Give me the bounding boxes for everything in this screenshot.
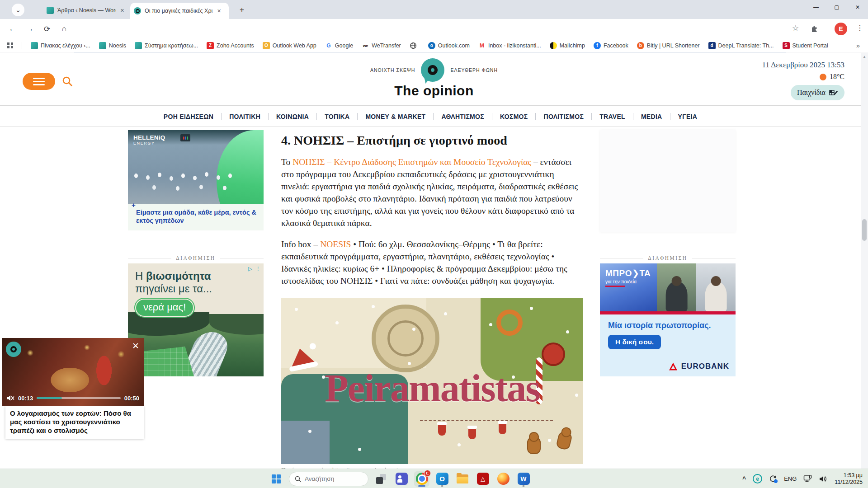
ad-tagline: Είμαστε μια ομάδα, κάθε μέρα, εντός & εκ… (136, 208, 257, 225)
profile-avatar[interactable]: E (835, 23, 847, 35)
bookmark-noesis[interactable]: Noesis (99, 42, 126, 49)
taskbar-clock[interactable]: 1:53 μμ 11/12/2025 (835, 472, 863, 486)
nav-roi-eidiseon[interactable]: ΡΟΗ ΕΙΔΗΣΕΩΝ (156, 113, 221, 120)
bookmarks-bar: Πίνακας ελέγχου ‹... Noesis Σύστημα κρατ… (0, 39, 868, 52)
maximize-button[interactable]: ▢ (826, 0, 847, 14)
ad-headline: Η βιωσιμότητα πηγαίνει με τα... νερά μας… (135, 270, 212, 317)
language-indicator[interactable]: ENG (784, 475, 797, 482)
video-progress-bar[interactable] (37, 397, 121, 399)
bookmark-outlook-web-app[interactable]: OOutlook Web App (263, 42, 316, 49)
adchoices-icon[interactable]: ▷ (248, 266, 252, 272)
crossword-icon (829, 88, 838, 97)
reload-button[interactable]: ⟳ (42, 23, 52, 34)
chrome-button[interactable]: E (414, 471, 429, 487)
browser-menu-icon[interactable]: ⋮ (856, 23, 863, 32)
task-view-button[interactable] (373, 471, 389, 487)
site-nav: ΡΟΗ ΕΙΔΗΣΕΩΝ ΠΟΛΙΤΙΚΗ ΚΟΙΝΩΝΙΑ ΤΟΠΙΚΑ MO… (0, 106, 861, 127)
home-button[interactable]: ⌂ (59, 23, 70, 34)
scroll-up-icon[interactable]: ▲ (861, 55, 868, 59)
new-tab-button[interactable]: + (236, 4, 248, 16)
bookmark-star-icon[interactable]: ☆ (792, 23, 799, 33)
nav-athlitismos[interactable]: ΑΘΛΗΤΙΣΜΟΣ (433, 113, 492, 120)
network-icon[interactable] (803, 475, 812, 483)
taskbar-search[interactable] (289, 472, 368, 486)
water-sustainability-ad[interactable]: ▷ ⋮ Η βιωσιμότητα πηγαίνει με τα... νερά… (128, 263, 264, 376)
temperature-value: 18°C (830, 73, 844, 81)
student-portal-icon: S (783, 42, 790, 49)
word-button[interactable]: W (516, 471, 531, 487)
noesis-link[interactable]: NOESIS (320, 239, 351, 249)
bookmark-pinakas[interactable]: Πίνακας ελέγχου ‹... (31, 42, 90, 49)
wordpress-icon (99, 42, 106, 49)
nav-ygeia[interactable]: ΥΓΕΙΑ (670, 113, 705, 120)
nav-politismos[interactable]: ΠΟΛΙΤΙΣΜΟΣ (535, 113, 591, 120)
close-button[interactable]: ✕ (847, 0, 868, 14)
scrollbar-thumb[interactable] (862, 219, 867, 241)
tab-close-icon[interactable]: ✕ (119, 7, 125, 14)
windows-logo-icon (272, 474, 281, 483)
tab-search-button[interactable]: ⌄ (12, 4, 24, 16)
bookmark-systima[interactable]: Σύστημα κρατήσεω... (135, 42, 198, 49)
bookmark-label: Facebook (604, 42, 628, 49)
acrobat-button[interactable]: △ (475, 471, 491, 487)
firefox-button[interactable] (495, 471, 511, 487)
search-input[interactable] (305, 475, 359, 482)
bookmark-deepl[interactable]: dDeepL Translate: Th... (708, 42, 774, 49)
ad-menu-icon[interactable]: ⋮ (255, 266, 261, 272)
gingerbread-icon (527, 437, 541, 454)
apps-grid-icon[interactable] (7, 42, 13, 48)
video-frame[interactable]: ✕ 00:13 00:50 (2, 338, 144, 406)
muted-speaker-icon[interactable] (6, 394, 14, 402)
menu-hamburger-button[interactable] (23, 73, 55, 90)
ad-cta-button[interactable]: Η δική σου. (608, 335, 661, 349)
helleniq-energy-ad[interactable]: HELLENiQ ENERGY + Είμαστε μια ομάδα, κάθ… (128, 130, 264, 230)
nav-politiki[interactable]: ΠΟΛΙΤΙΚΗ (221, 113, 268, 120)
outlook-button[interactable]: O (434, 471, 450, 487)
nav-kosmos[interactable]: ΚΟΣΜΟΣ (492, 113, 536, 120)
page-scrollbar[interactable]: ▲ (861, 53, 868, 469)
bookmarks-overflow-icon[interactable]: » (856, 42, 860, 49)
floating-video-player[interactable]: ✕ 00:13 00:50 Ο λογαριασμός των εορτών: … (2, 338, 144, 439)
tray-expand-icon[interactable]: ^ (742, 475, 746, 483)
games-button[interactable]: Παιχνίδια (791, 85, 844, 100)
eset-tray-icon[interactable]: e (753, 474, 762, 483)
nav-travel[interactable]: TRAVEL (591, 113, 633, 120)
noesis-link[interactable]: ΝΟΗΣΙΣ – Κέντρο Διάδοσης Επιστημών και Μ… (292, 157, 531, 167)
volume-icon[interactable] (819, 475, 828, 483)
stocking-icon (468, 428, 476, 439)
teams-button[interactable] (394, 471, 409, 487)
nav-money-market[interactable]: MONEY & MARKET (357, 113, 433, 120)
tab-close-icon[interactable]: ✕ (216, 7, 222, 15)
bookmark-label: DeepL Translate: Th... (718, 42, 774, 49)
forward-button[interactable]: → (24, 23, 35, 34)
video-close-icon[interactable]: ✕ (132, 341, 139, 351)
sync-tray-icon[interactable] (769, 475, 777, 483)
bitly-icon: b (637, 42, 644, 49)
nav-koinonia[interactable]: ΚΟΙΝΩΝΙΑ (268, 113, 316, 120)
helleniq-brand-sub: ENERGY (133, 141, 165, 145)
eurobank-ad[interactable]: ΜΠΡΟ❯ΤΑ για την παιδεία Μία ιστορία πρωτ… (600, 263, 736, 376)
bookmark-wetransfer[interactable]: weWeTransfer (362, 42, 401, 49)
start-button[interactable] (269, 471, 284, 487)
video-caption[interactable]: Ο λογαριασμός των εορτών: Πόσο θα μας κο… (5, 406, 144, 439)
bookmark-inbox[interactable]: MInbox - lizikonstanti... (478, 42, 541, 49)
tab-noesis-wordpress[interactable]: Άρθρα ‹ Noesis — WordPress ✕ (43, 4, 129, 17)
bookmark-zoho[interactable]: ZZoho Accounts (207, 42, 254, 49)
bookmark-mailchimp[interactable]: Mailchimp (550, 42, 585, 49)
file-explorer-button[interactable] (455, 471, 470, 487)
bookmark-google[interactable]: GGoogle (325, 42, 353, 49)
bookmark-student-portal[interactable]: SStudent Portal (783, 42, 828, 49)
site-logo[interactable]: ΑΝΟΙΧΤΗ ΣΚΕΨΗ ΕΛΕΥΘΕΡΗ ΦΩΝΗ The opinion (332, 58, 536, 99)
theopinion-logo-icon (421, 58, 444, 82)
bookmark-bitly[interactable]: bBitly | URL Shortener (637, 42, 700, 49)
tab-theopinion-article[interactable]: Οι πιο μαγικές παιδικές Χριστο ✕ (130, 3, 229, 19)
bookmark-outlook-com[interactable]: oOutlook.com (428, 42, 470, 49)
bookmark-facebook[interactable]: fFacebook (594, 42, 628, 49)
minimize-button[interactable]: — (806, 0, 826, 14)
extensions-puzzle-icon[interactable] (810, 24, 819, 35)
back-button[interactable]: ← (7, 23, 18, 34)
nav-topika[interactable]: ΤΟΠΙΚΑ (316, 113, 357, 120)
site-search-icon[interactable] (61, 75, 73, 89)
bookmark-globe[interactable] (410, 42, 420, 49)
nav-media[interactable]: MEDIA (633, 113, 670, 120)
